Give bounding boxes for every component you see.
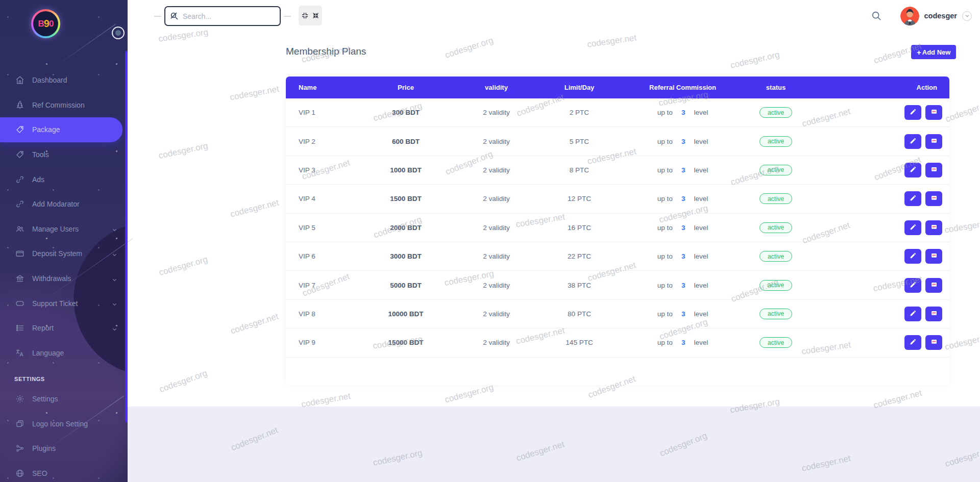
watermark-text: codesger.org: [944, 98, 980, 124]
settings-section-label: SETTINGS: [14, 376, 45, 382]
sidebar-nav: DashboardRef CommissionPackageToolsAdsAd…: [0, 68, 128, 365]
plan-name: VIP 4: [286, 195, 357, 202]
watermark-text: codesger.net: [229, 198, 280, 220]
add-new-button[interactable]: + Add New: [911, 45, 956, 59]
referral-commission: up to3level: [620, 224, 745, 232]
edit-button[interactable]: [904, 134, 921, 149]
plan-validity: 2 validity: [454, 224, 538, 232]
sidebar-item-withdrawals[interactable]: Withdrawals: [0, 266, 128, 291]
edit-button[interactable]: [904, 249, 921, 264]
search-input[interactable]: [183, 7, 277, 25]
report-icon: [15, 323, 24, 333]
topbar: codesger: [128, 0, 980, 32]
table-row: VIP 31000 BDT2 validity8 PTCup to3levela…: [286, 156, 949, 185]
watermark-text: codesger.org: [729, 49, 780, 71]
compress-arrows-icon[interactable]: [312, 12, 320, 19]
sidebar-toggle-icon[interactable]: [112, 27, 125, 39]
link-icon: [15, 175, 24, 184]
sidebar-item-support-ticket[interactable]: Support Ticket: [0, 291, 128, 316]
referral-commission: up to3level: [620, 138, 745, 145]
sidebar-item-label: Report: [32, 324, 54, 332]
sidebar-item-tools[interactable]: Tools: [0, 142, 128, 167]
card-machine-button[interactable]: [925, 307, 942, 321]
sidebar-item-ref-commission[interactable]: Ref Commission: [0, 93, 128, 118]
sidebar-item-settings[interactable]: Settings: [0, 387, 128, 412]
compress-corners-icon[interactable]: [301, 12, 309, 19]
edit-button[interactable]: [904, 278, 921, 293]
card-machine-button[interactable]: [925, 220, 942, 235]
sidebar-item-ads[interactable]: Ads: [0, 167, 128, 192]
username-label[interactable]: codesger: [924, 12, 957, 20]
users-icon: [15, 224, 24, 234]
column-header-price: Price: [357, 84, 454, 91]
card-machine-button[interactable]: [925, 163, 942, 177]
row-actions: [806, 105, 949, 120]
sidebar-item-manage-users[interactable]: Manage Users: [0, 217, 128, 242]
search-icon[interactable]: [871, 10, 882, 21]
sidebar-item-language[interactable]: Language: [0, 341, 128, 366]
card-machine-button[interactable]: [925, 105, 942, 120]
user-avatar[interactable]: [900, 7, 919, 26]
card-machine-button[interactable]: [925, 191, 942, 206]
row-actions: [806, 249, 949, 264]
edit-button[interactable]: [904, 335, 921, 350]
edit-button[interactable]: [904, 220, 921, 235]
sidebar-item-add-modarator[interactable]: Add Modarator: [0, 192, 128, 217]
chevron-down-icon[interactable]: [962, 11, 972, 21]
plan-validity: 2 validity: [454, 339, 538, 346]
plan-limit: 2 PTC: [538, 109, 620, 116]
ref-prefix: up to: [657, 166, 673, 174]
sidebar-item-dashboard[interactable]: Dashboard: [0, 68, 128, 93]
edit-pencil-icon: [910, 166, 917, 174]
card-machine-icon: [930, 108, 938, 117]
ref-level-value: 3: [681, 166, 685, 174]
card-machine-icon: [930, 310, 938, 318]
plan-limit: 22 PTC: [538, 252, 620, 260]
card-machine-icon: [930, 338, 938, 347]
status-badge: active: [760, 107, 793, 118]
card-machine-icon: [930, 252, 938, 261]
ref-prefix: up to: [657, 109, 673, 116]
card-machine-button[interactable]: [925, 134, 942, 149]
ref-suffix: level: [694, 195, 708, 202]
plan-price: 300 BDT: [357, 109, 454, 116]
tag-icon: [15, 125, 24, 134]
plan-limit: 8 PTC: [538, 166, 620, 174]
plan-price: 5000 BDT: [357, 282, 454, 289]
sidebar-item-label: Add Modarator: [32, 200, 80, 208]
edit-button[interactable]: [904, 191, 921, 206]
plan-validity: 2 validity: [454, 138, 538, 145]
plan-price: 1000 BDT: [357, 166, 454, 174]
column-header-status: status: [745, 84, 806, 91]
table-row: VIP 810000 BDT2 validity80 PTCup to3leve…: [286, 300, 949, 328]
card-machine-button[interactable]: [925, 335, 942, 350]
edit-button[interactable]: [904, 163, 921, 177]
chevron-down-icon: [112, 251, 117, 257]
sidebar-item-package[interactable]: Package: [0, 117, 122, 142]
edit-button[interactable]: [904, 105, 921, 120]
table-row: VIP 63000 BDT2 validity22 PTCup to3level…: [286, 242, 949, 271]
plan-validity: 2 validity: [454, 166, 538, 174]
edit-button[interactable]: [904, 307, 921, 321]
sidebar-item-label: Settings: [32, 395, 58, 403]
sidebar-item-seo[interactable]: SEO: [0, 461, 128, 482]
sidebar-item-report[interactable]: Report: [0, 316, 128, 341]
card-machine-button[interactable]: [925, 249, 942, 264]
sidebar-item-label: Plugins: [32, 444, 56, 452]
ref-prefix: up to: [657, 310, 673, 318]
card-machine-button[interactable]: [925, 278, 942, 293]
brand-logo[interactable]: B90: [31, 9, 60, 38]
referral-commission: up to3level: [620, 195, 745, 202]
sidebar-item-logo-icon-setting[interactable]: Logo Icon Setting: [0, 412, 128, 437]
ref-level-value: 3: [681, 282, 685, 289]
ref-prefix: up to: [657, 195, 673, 202]
table-row: VIP 41500 BDT2 validity12 PTCup to3level…: [286, 185, 949, 213]
sidebar-item-label: Ads: [32, 175, 44, 184]
status-badge: active: [760, 309, 793, 319]
card-machine-icon: [930, 194, 938, 203]
sidebar-item-deposit-system[interactable]: Deposit System: [0, 241, 128, 266]
sidebar-item-plugins[interactable]: Plugins: [0, 436, 128, 461]
sidebar-scrollbar[interactable]: [125, 51, 128, 422]
sidebar-item-label: Package: [32, 125, 60, 134]
plan-name: VIP 8: [286, 310, 357, 318]
